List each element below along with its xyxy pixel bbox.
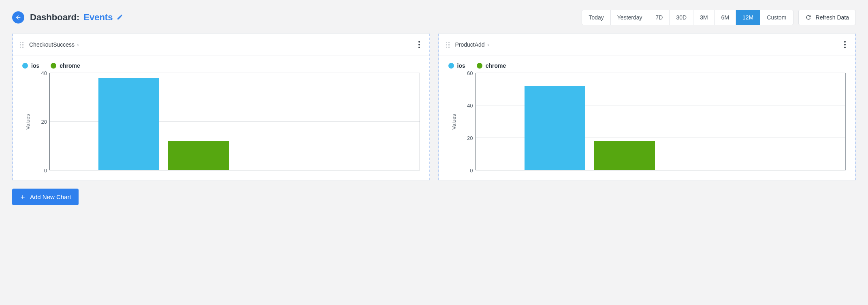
chart-title[interactable]: CheckoutSuccess› [29, 41, 79, 48]
legend-item[interactable]: chrome [51, 62, 80, 69]
range-today[interactable]: Today [582, 10, 610, 25]
bar[interactable] [594, 141, 655, 170]
y-tick: 40 [41, 70, 47, 76]
refresh-label: Refresh Data [816, 14, 849, 21]
date-range-group: TodayYesterday7D30D3M6M12MCustom [582, 10, 793, 25]
drag-handle-icon[interactable] [446, 42, 450, 48]
range-custom[interactable]: Custom [760, 10, 793, 25]
y-axis-label: Values [22, 114, 33, 130]
card-body: ioschromeValues02040 [13, 56, 430, 180]
header-row: Dashboard: Events TodayYesterday7D30D3M6… [12, 10, 856, 25]
arrow-left-icon [15, 14, 21, 21]
chart-plot: Values0204060 [448, 73, 846, 170]
page-title-group: Dashboard: Events [30, 12, 123, 23]
legend-item[interactable]: chrome [477, 62, 506, 69]
chart-title-text: CheckoutSuccess [29, 41, 75, 48]
header-left: Dashboard: Events [12, 11, 123, 24]
card-header: CheckoutSuccess› [13, 34, 430, 56]
plus-icon [19, 194, 26, 200]
legend-item[interactable]: ios [448, 62, 465, 69]
plot-area [49, 73, 420, 170]
legend-dot-icon [448, 63, 454, 69]
bar[interactable] [98, 78, 159, 170]
chart-card: ProductAdd›ioschromeValues0204060 [438, 33, 856, 180]
header-right: TodayYesterday7D30D3M6M12MCustom Refresh… [582, 10, 856, 25]
y-axis: 02040 [33, 73, 49, 170]
gridline [50, 73, 420, 73]
back-button[interactable] [12, 11, 24, 24]
range-6m[interactable]: 6M [715, 10, 736, 25]
y-axis: 0204060 [459, 73, 476, 170]
y-tick: 0 [470, 168, 473, 174]
y-tick: 20 [467, 135, 473, 141]
y-tick: 0 [44, 168, 47, 174]
dashboard-name[interactable]: Events [83, 12, 113, 23]
kebab-menu-icon[interactable] [842, 39, 848, 51]
range-30d[interactable]: 30D [670, 10, 693, 25]
chart-legend: ioschrome [448, 62, 846, 69]
range-yesterday[interactable]: Yesterday [611, 10, 649, 25]
range-12m[interactable]: 12M [736, 10, 760, 25]
refresh-button[interactable]: Refresh Data [798, 10, 856, 25]
legend-dot-icon [51, 63, 56, 69]
gridline [476, 73, 846, 73]
card-header-left: CheckoutSuccess› [20, 41, 79, 48]
chart-plot: Values02040 [22, 73, 420, 170]
y-tick: 20 [41, 119, 47, 125]
legend-label: ios [31, 62, 39, 69]
card-header: ProductAdd› [439, 34, 856, 56]
legend-label: ios [457, 62, 465, 69]
legend-dot-icon [477, 63, 482, 69]
chart-title[interactable]: ProductAdd› [455, 41, 489, 48]
card-header-left: ProductAdd› [446, 41, 489, 48]
legend-label: chrome [60, 62, 80, 69]
legend-label: chrome [486, 62, 506, 69]
edit-icon[interactable] [117, 12, 123, 23]
y-tick: 60 [467, 70, 473, 76]
dashboard-title-label: Dashboard: [30, 12, 79, 23]
y-axis-label: Values [448, 114, 459, 130]
chart-card: CheckoutSuccess›ioschromeValues02040 [12, 33, 430, 180]
legend-item[interactable]: ios [22, 62, 39, 69]
y-tick: 40 [467, 103, 473, 109]
add-chart-button[interactable]: Add New Chart [12, 189, 79, 205]
chart-legend: ioschrome [22, 62, 420, 69]
refresh-icon [805, 14, 812, 21]
legend-dot-icon [22, 63, 28, 69]
plot-area [476, 73, 846, 170]
bar[interactable] [525, 86, 585, 170]
range-3m[interactable]: 3M [693, 10, 714, 25]
range-7d[interactable]: 7D [649, 10, 670, 25]
card-body: ioschromeValues0204060 [439, 56, 856, 180]
kebab-menu-icon[interactable] [416, 39, 422, 51]
charts-row: CheckoutSuccess›ioschromeValues02040Prod… [12, 33, 856, 180]
chevron-right-icon: › [77, 41, 79, 48]
add-chart-label: Add New Chart [30, 193, 71, 200]
bar[interactable] [168, 141, 229, 170]
chevron-right-icon: › [487, 41, 489, 48]
chart-title-text: ProductAdd [455, 41, 485, 48]
drag-handle-icon[interactable] [20, 42, 23, 48]
